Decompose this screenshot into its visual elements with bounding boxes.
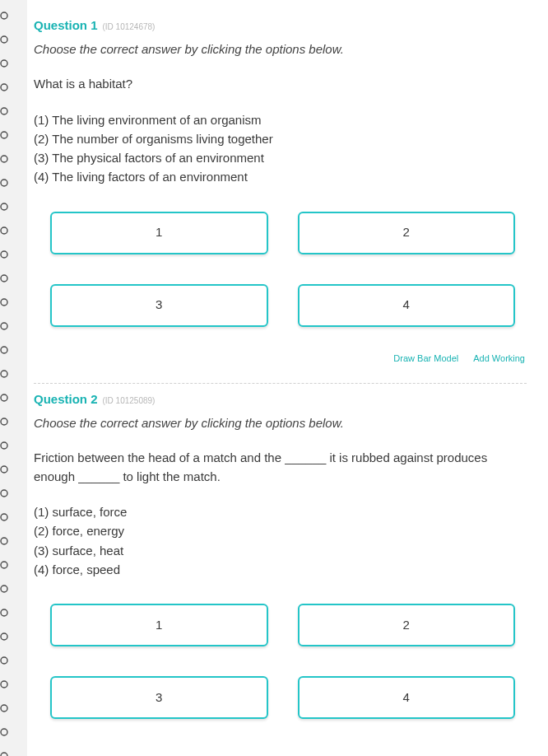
svg-point-10 [1,251,7,258]
choice-item: (3) surface, heat [34,541,527,560]
spiral-ring-icon [0,576,27,600]
spiral-ring-icon [0,290,27,314]
svg-point-30 [1,729,7,735]
question-header: Question 1 (ID 10124678) [34,16,527,35]
spiral-ring-icon [0,242,27,266]
option-button-1[interactable]: 1 [50,212,268,254]
spiral-ring-icon [0,720,27,744]
spiral-ring-icon [0,529,27,553]
action-row: Draw Bar Model Add Working [34,352,527,371]
spiral-ring-icon [0,362,27,385]
page-wrapper: Question 1 (ID 10124678) Choose the corr… [0,0,548,756]
svg-point-14 [1,347,7,353]
question-header: Question 2 (ID 10125089) [34,390,527,409]
svg-point-11 [1,275,7,282]
question-block: Question 1 (ID 10124678) Choose the corr… [34,10,527,383]
add-working-link[interactable]: Add Working [473,352,525,366]
choice-item: (1) The living environment of an organis… [34,110,527,129]
spiral-ring-icon [0,75,27,99]
spiral-ring-icon [0,314,27,338]
main-content: Question 1 (ID 10124678) Choose the corr… [27,0,548,756]
option-button-4[interactable]: 4 [298,284,516,327]
spiral-ring-icon [0,218,27,242]
question-title: Question 2 [34,390,98,409]
question-instruction: Choose the correct answer by clicking th… [34,40,527,59]
svg-point-2 [1,60,7,67]
question-id: (ID 10124678) [103,21,156,33]
option-button-2[interactable]: 2 [298,212,516,254]
svg-point-8 [1,203,7,210]
spiral-ring-icon [0,481,27,505]
svg-point-26 [1,633,7,640]
svg-point-15 [1,371,7,377]
spiral-ring-icon [0,457,27,481]
question-block: Question 2 (ID 10125089) Choose the corr… [34,384,527,740]
svg-point-22 [1,538,7,544]
svg-point-12 [1,299,7,306]
choice-item: (4) The living factors of an environment [34,167,527,186]
spiral-ring-icon [0,266,27,290]
spiral-ring-icon [0,99,27,123]
svg-point-5 [1,132,7,138]
spiral-binding [0,0,27,756]
svg-point-9 [1,227,7,234]
spiral-ring-icon [0,744,27,756]
svg-point-21 [1,514,7,520]
spiral-ring-icon [0,3,27,27]
svg-point-29 [1,705,7,712]
svg-point-28 [1,681,7,688]
svg-point-18 [1,442,7,449]
spiral-ring-icon [0,553,27,576]
choice-list: (1) surface, force (2) force, energy (3)… [34,502,527,579]
option-button-2[interactable]: 2 [298,604,516,646]
svg-point-1 [1,36,7,43]
spiral-ring-icon [0,194,27,218]
svg-point-31 [1,753,7,757]
option-grid: 1 2 3 4 [34,604,527,719]
svg-point-3 [1,84,7,91]
spiral-ring-icon [0,385,27,409]
svg-point-20 [1,490,7,497]
spiral-ring-icon [0,600,27,624]
svg-point-0 [1,12,7,19]
spiral-ring-icon [0,27,27,51]
question-id: (ID 10125089) [103,394,156,407]
spiral-ring-icon [0,123,27,147]
svg-point-23 [1,562,7,568]
question-text: Friction between the head of a match and… [34,449,527,486]
spiral-ring-icon [0,696,27,720]
option-button-4[interactable]: 4 [298,676,516,719]
spiral-ring-icon [0,170,27,194]
choice-item: (3) The physical factors of an environme… [34,148,527,167]
spiral-ring-icon [0,433,27,457]
spiral-ring-icon [0,147,27,170]
svg-point-7 [1,180,7,186]
spiral-ring-icon [0,51,27,75]
svg-point-19 [1,466,7,473]
choice-item: (2) The number of organisms living toget… [34,129,527,148]
option-button-3[interactable]: 3 [50,676,268,719]
svg-point-25 [1,609,7,616]
spiral-ring-icon [0,338,27,362]
svg-point-6 [1,156,7,162]
svg-point-24 [1,586,7,592]
svg-point-4 [1,108,7,114]
question-instruction: Choose the correct answer by clicking th… [34,414,527,433]
choice-item: (2) force, energy [34,521,527,540]
choice-item: (4) force, speed [34,560,527,579]
svg-point-13 [1,323,7,329]
choice-item: (1) surface, force [34,502,527,521]
question-title: Question 1 [34,16,98,35]
option-button-1[interactable]: 1 [50,604,268,646]
spiral-ring-icon [0,505,27,529]
spiral-ring-icon [0,672,27,696]
draw-bar-model-link[interactable]: Draw Bar Model [393,352,458,366]
svg-point-16 [1,394,7,401]
spiral-ring-icon [0,648,27,672]
option-button-3[interactable]: 3 [50,284,268,327]
spiral-ring-icon [0,624,27,648]
question-text: What is a habitat? [34,75,527,94]
svg-point-27 [1,657,7,664]
option-grid: 1 2 3 4 [34,212,527,327]
choice-list: (1) The living environment of an organis… [34,110,527,187]
